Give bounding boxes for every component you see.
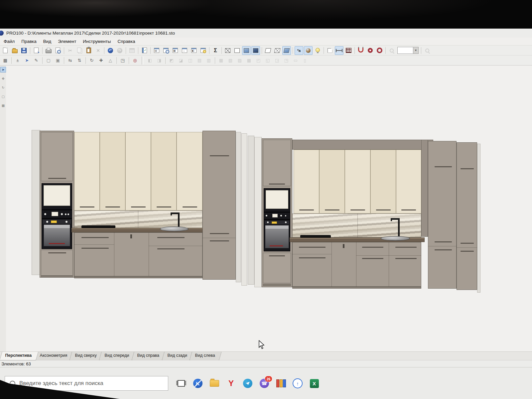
tab-аксонометрия[interactable]: Аксонометрия: [34, 352, 74, 360]
print-button[interactable]: [44, 46, 53, 55]
door-knob: [343, 244, 344, 248]
view-color-button[interactable]: [242, 46, 251, 55]
select-rect-button[interactable]: ▢: [44, 56, 53, 65]
tab-label: Вид спереди: [105, 353, 129, 358]
persp-solid-icon: [284, 48, 290, 53]
library-icon: [276, 379, 286, 387]
separator: [324, 47, 324, 54]
view-textured-button[interactable]: [251, 46, 260, 55]
snap-center-button[interactable]: [366, 46, 374, 55]
element-list-button[interactable]: [140, 46, 149, 55]
price-list-button[interactable]: [199, 46, 207, 55]
summary-button[interactable]: Σ: [211, 46, 220, 55]
print-preview-button[interactable]: [54, 46, 62, 55]
tab-вид-сзади[interactable]: Вид сзади: [162, 352, 194, 360]
box-tool-button[interactable]: ▢: [0, 94, 6, 99]
rotate-button[interactable]: ↻: [87, 56, 96, 65]
orbit-button[interactable]: [375, 46, 384, 55]
tab-перспектива[interactable]: Перспектива: [0, 352, 38, 360]
tab-вид-справа[interactable]: Вид справа: [132, 352, 166, 360]
mirror-v-button[interactable]: ⇅: [75, 56, 84, 65]
grid-button[interactable]: [344, 46, 353, 55]
preview-dialog-button[interactable]: [162, 46, 170, 55]
telegram-taskbar-button[interactable]: [242, 378, 253, 389]
open-file-button[interactable]: [10, 46, 19, 55]
cabinet-panel: [376, 209, 391, 210]
tab-вид-слева[interactable]: Вид слева: [189, 352, 222, 360]
report-icon: ▤: [154, 48, 159, 53]
light-button[interactable]: [313, 46, 322, 55]
oven-door: [265, 225, 289, 248]
end-panel: [254, 137, 262, 287]
select-tool-button[interactable]: ➤: [0, 67, 6, 72]
grid-tool-button[interactable]: ▩: [0, 103, 6, 108]
mirror-h-button[interactable]: ⇆: [66, 56, 74, 65]
persp-solid-button[interactable]: [282, 46, 291, 55]
view-tabs: ПерспективаАксонометрияВид сверхуВид спе…: [0, 351, 532, 360]
uploader-taskbar-button[interactable]: ↑: [292, 378, 303, 389]
align-bottom-button: ◪: [177, 56, 185, 65]
zoom-combobox[interactable]: ▼: [397, 47, 419, 54]
element-editor-icon: ▦: [173, 48, 178, 53]
align-middle-icon: ◫: [188, 58, 192, 63]
menu-справка[interactable]: Справка: [115, 38, 138, 45]
view-hidden-lines-button[interactable]: [233, 46, 241, 55]
draw-button[interactable]: ✎: [32, 56, 41, 65]
cabinet-door: [41, 250, 73, 276]
pan-tool-button[interactable]: ✥: [0, 76, 6, 81]
base-cabinets: [292, 242, 421, 287]
new-file-button[interactable]: [1, 46, 10, 55]
chevron-down-icon[interactable]: ▼: [413, 47, 418, 54]
view-wireframe-button[interactable]: [223, 46, 232, 55]
dimensions-button[interactable]: [335, 46, 343, 55]
menu-file[interactable]: Файл: [1, 38, 18, 45]
paste-button[interactable]: [84, 46, 93, 55]
cabinet-panel: [157, 237, 185, 238]
snap-grid-button[interactable]: ▩: [1, 56, 10, 65]
mirror-v-icon: ⇅: [78, 58, 81, 63]
k-app-taskbar-button[interactable]: K: [192, 378, 203, 389]
persp-wireframe-button[interactable]: [273, 46, 282, 55]
shape-edit-button[interactable]: [326, 46, 334, 55]
select-group-button[interactable]: ▣: [54, 56, 62, 65]
rotate-tool-button[interactable]: ↻: [0, 85, 6, 90]
library-taskbar-button[interactable]: [275, 378, 287, 389]
separator: [30, 47, 30, 54]
tab-вид-сверху[interactable]: Вид сверху: [69, 352, 104, 360]
level-button[interactable]: △: [106, 56, 115, 65]
center-point-button[interactable]: ◎: [131, 56, 139, 65]
excel-taskbar-button[interactable]: X: [309, 378, 320, 389]
viber-taskbar-button[interactable]: ☎26: [259, 378, 270, 389]
materials-list-button[interactable]: ◧: [190, 46, 198, 55]
menu-инструменты[interactable]: Инструменты: [80, 38, 114, 45]
tab-вид-спереди[interactable]: Вид спереди: [99, 352, 136, 360]
copy-button: [75, 46, 84, 55]
undo-button[interactable]: ↶: [106, 46, 115, 55]
antialias-button[interactable]: ªa: [295, 46, 303, 55]
design-canvas[interactable]: [6, 66, 532, 351]
menu-элемент[interactable]: Элемент: [55, 38, 79, 45]
pointer-button[interactable]: ➤: [23, 56, 31, 65]
report-button[interactable]: ▤: [152, 46, 161, 55]
draw-icon: ✎: [35, 58, 38, 63]
column-icon: ◳: [284, 58, 288, 63]
separator: [165, 57, 166, 64]
menu-вид[interactable]: Вид: [40, 38, 54, 45]
corner-button[interactable]: ◳: [118, 56, 127, 65]
menu-правка[interactable]: Правка: [18, 38, 40, 45]
materials-sphere-button[interactable]: [304, 46, 313, 55]
element-editor-button[interactable]: ▦: [171, 46, 180, 55]
persp-hidden-button[interactable]: [264, 46, 272, 55]
task-view-taskbar-button[interactable]: [176, 378, 187, 389]
move-button[interactable]: ✚: [97, 56, 105, 65]
add-remove-button[interactable]: ±: [13, 56, 22, 65]
view-textured-icon: [253, 48, 258, 53]
resize-element-button[interactable]: ↔: [180, 46, 189, 55]
orbit-icon: [377, 48, 382, 53]
file-explorer-taskbar-button[interactable]: [209, 378, 220, 389]
save-file-button[interactable]: [20, 46, 28, 55]
page-setup-button[interactable]: [32, 46, 41, 55]
cabinet-panel: [272, 221, 277, 224]
magnet-snap-button[interactable]: [356, 46, 365, 55]
yandex-browser-taskbar-button[interactable]: Y: [225, 378, 237, 389]
